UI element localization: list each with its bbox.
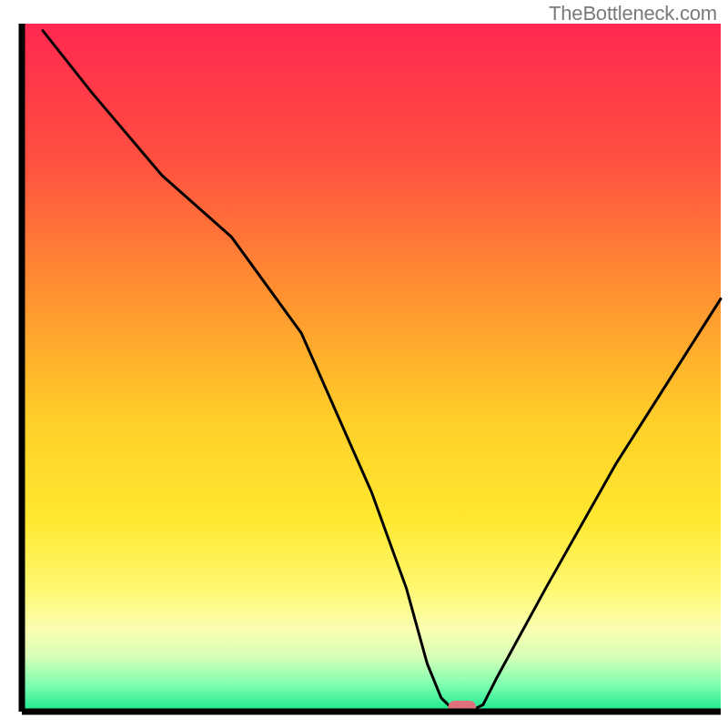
watermark-text: TheBottleneck.com: [549, 2, 717, 25]
chart-container: TheBottleneck.com: [0, 0, 728, 728]
gradient-background: [22, 24, 721, 712]
bottleneck-chart: [0, 0, 728, 728]
